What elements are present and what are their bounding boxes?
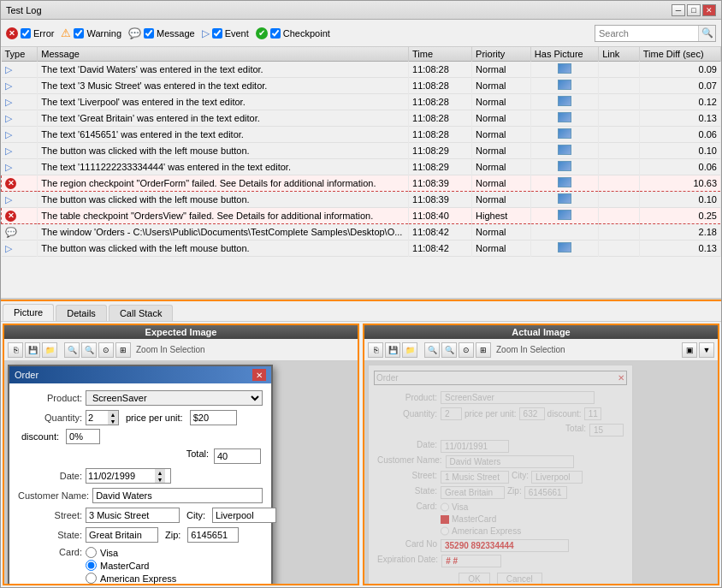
message-checkbox[interactable] xyxy=(144,28,154,39)
timediff-cell: 0.10 xyxy=(639,143,720,159)
table-row: ▷ The text 'Great Britain' was entered i… xyxy=(2,110,721,127)
priority-cell: Normal xyxy=(472,143,531,159)
event-type-icon: ▷ xyxy=(5,194,12,205)
expected-image-content[interactable]: Order ✕ Product: ScreenSaver Quantity: ▲… xyxy=(4,361,358,584)
actual-image-header: Actual Image xyxy=(364,325,718,339)
checkpoint-checkbox[interactable] xyxy=(270,28,281,39)
card-visa[interactable]: Visa xyxy=(86,547,176,558)
message-filter[interactable]: 💬 Message xyxy=(128,27,195,39)
close-button[interactable]: ✕ xyxy=(702,4,716,16)
picture-icon xyxy=(558,210,571,220)
actual-qty-val: 2 xyxy=(441,407,462,420)
col-header-link[interactable]: Link xyxy=(599,47,640,62)
time-cell: 11:08:40 xyxy=(409,208,472,224)
search-button[interactable]: 🔍 xyxy=(698,26,715,41)
actual-date-val: 11/01/1991 xyxy=(441,440,509,453)
actual-zoomout-btn[interactable]: 🔍 xyxy=(441,342,457,358)
actual-copy-btn[interactable]: ⎘ xyxy=(368,342,383,358)
col-header-message[interactable]: Message xyxy=(38,47,409,62)
table-row: ▷ The text '3 Music Street' was entered … xyxy=(2,78,721,94)
main-window: Test Log ─ □ ✕ ✕ Error ⚠ Warning 💬 Messa… xyxy=(0,0,722,588)
event-checkbox[interactable] xyxy=(212,28,222,39)
actual-city-val: Liverpool xyxy=(531,471,583,484)
actual-zoomin-btn[interactable]: 🔍 xyxy=(424,342,440,358)
warning-checkbox[interactable] xyxy=(74,28,84,39)
actual-price-label: price per unit: xyxy=(465,409,517,419)
col-header-type[interactable]: Type xyxy=(2,47,38,62)
search-input[interactable] xyxy=(595,27,698,39)
error-filter[interactable]: ✕ Error xyxy=(6,27,54,39)
actual-zoom100-btn[interactable]: ⊙ xyxy=(459,342,474,358)
dialog-close-btn[interactable]: ✕ xyxy=(252,369,266,381)
picture-icon xyxy=(558,193,571,204)
type-cell: ✕ xyxy=(2,175,38,192)
maximize-button[interactable]: □ xyxy=(687,4,701,16)
message-cell: The text 'Great Britain' was entered in … xyxy=(38,110,409,127)
product-select[interactable]: ScreenSaver xyxy=(86,390,263,406)
expected-save-btn[interactable]: 💾 xyxy=(25,342,40,358)
table-row: 💬 The window 'Orders - C:\Users\Public\D… xyxy=(2,224,721,241)
picture-icon xyxy=(558,161,571,171)
card-mastercard[interactable]: MasterCard xyxy=(86,560,176,571)
link-cell xyxy=(599,175,640,192)
price-input[interactable] xyxy=(190,410,237,425)
error-checkbox[interactable] xyxy=(21,28,31,39)
error-type-icon: ✕ xyxy=(5,211,16,222)
expected-zoomin-btn[interactable]: 🔍 xyxy=(64,342,80,358)
tab-callstack[interactable]: Call Stack xyxy=(109,305,174,321)
time-cell: 11:08:42 xyxy=(409,241,472,257)
card-amex[interactable]: American Express xyxy=(86,573,176,584)
street-input[interactable] xyxy=(86,508,180,523)
total-label: Total: xyxy=(186,448,209,464)
actual-custname-label: Customer Name: xyxy=(377,455,442,468)
actual-image-content[interactable]: Order ✕ Product: ScreenSaver Quantity: 2 xyxy=(364,361,718,584)
priority-cell: Normal xyxy=(472,192,531,208)
actual-card-group: Visa MasterCard American Express xyxy=(441,502,521,537)
expected-zoom100-btn[interactable]: ⊙ xyxy=(98,342,114,358)
expected-copy-btn[interactable]: ⎘ xyxy=(8,342,23,358)
col-header-time[interactable]: Time xyxy=(409,47,472,62)
tab-details[interactable]: Details xyxy=(56,305,107,321)
actual-date-label: Date: xyxy=(377,440,437,453)
zip-input[interactable] xyxy=(187,527,239,543)
priority-cell: Normal xyxy=(472,62,531,78)
priority-cell: Normal xyxy=(472,175,531,192)
col-header-haspic[interactable]: Has Picture xyxy=(530,47,598,62)
customer-input[interactable] xyxy=(92,488,263,503)
actual-zoomsel-btn[interactable]: ⊞ xyxy=(476,342,491,358)
link-cell xyxy=(599,159,640,175)
expected-zoomsel-btn[interactable]: ⊞ xyxy=(115,342,131,358)
warning-filter[interactable]: ⚠ Warning xyxy=(61,27,121,39)
checkpoint-filter[interactable]: ✔ Checkpoint xyxy=(256,27,330,39)
event-filter[interactable]: ▷ Event xyxy=(202,27,249,39)
expected-save2-btn[interactable]: 📁 xyxy=(42,342,57,358)
checkpoint-label: Checkpoint xyxy=(283,28,330,39)
actual-extra-btn1[interactable]: ▣ xyxy=(682,342,697,358)
actual-save-btn[interactable]: 💾 xyxy=(385,342,400,358)
time-cell: 11:08:28 xyxy=(409,94,472,110)
haspic-cell xyxy=(530,208,598,224)
expected-zoom-label: Zoom In Selection xyxy=(136,345,205,354)
total-input[interactable] xyxy=(214,448,261,464)
price-label: price per unit: xyxy=(126,413,183,423)
discount-input[interactable] xyxy=(66,429,100,444)
col-header-timediff[interactable]: Time Diff (sec) xyxy=(639,47,720,62)
tab-picture[interactable]: Picture xyxy=(3,304,54,321)
expected-image-panel: Expected Image ⎘ 💾 📁 🔍 🔍 ⊙ ⊞ Zoom In Sel… xyxy=(3,324,359,585)
date-spinner[interactable]: ▲▼ xyxy=(86,468,171,484)
time-cell: 11:08:39 xyxy=(409,175,472,192)
city-input[interactable] xyxy=(212,508,276,523)
event-type-icon: ▷ xyxy=(5,97,12,107)
timediff-cell: 0.06 xyxy=(639,127,720,143)
quantity-spinner[interactable]: ▲▼ xyxy=(86,410,119,425)
col-header-priority[interactable]: Priority xyxy=(472,47,531,62)
actual-save2-btn[interactable]: 📁 xyxy=(402,342,417,358)
actual-extra-btn2[interactable]: ▼ xyxy=(699,342,714,358)
picture-icon xyxy=(558,145,571,155)
state-input[interactable] xyxy=(86,527,158,543)
actual-product-label: Product: xyxy=(377,393,437,402)
minimize-button[interactable]: ─ xyxy=(672,4,685,16)
warning-label: Warning xyxy=(86,28,121,39)
expected-zoomout-btn[interactable]: 🔍 xyxy=(81,342,97,358)
city-label: City: xyxy=(186,510,205,520)
